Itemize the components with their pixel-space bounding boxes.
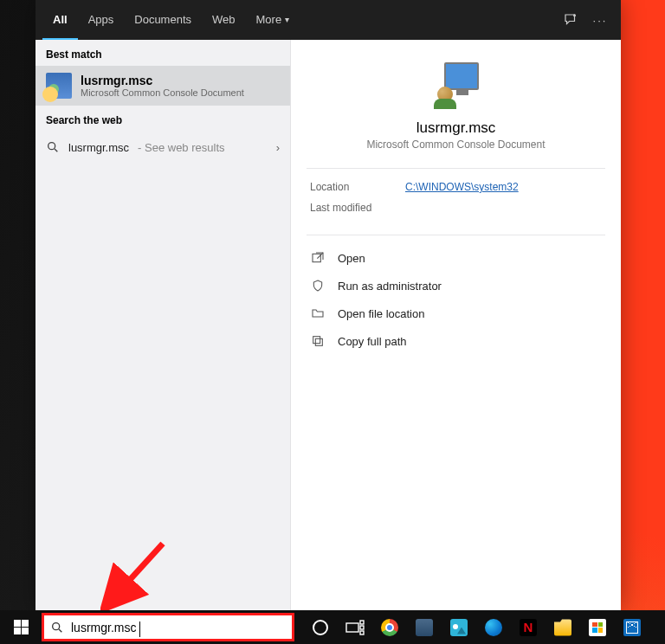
photos-icon [450, 619, 468, 636]
folder-icon [310, 306, 326, 320]
netflix-icon: N [520, 619, 537, 636]
svg-point-0 [573, 14, 576, 16]
action-open-location[interactable]: Open file location [298, 299, 614, 327]
taskbar-app-photos[interactable] [443, 610, 475, 644]
taskbar-app-netflix[interactable]: N [513, 610, 544, 644]
preview-actions: Open Run as administrator Open file loca… [291, 235, 621, 364]
tab-label: All [53, 13, 68, 26]
svg-point-1 [48, 143, 55, 150]
start-button[interactable] [0, 610, 42, 644]
svg-line-2 [55, 149, 57, 151]
search-web-heading: Search the web [36, 106, 290, 132]
preview-subtitle: Microsoft Common Console Document [308, 138, 604, 151]
start-search-flyout: All Apps Documents Web More▾ ··· Best ma… [36, 0, 621, 610]
options-icon[interactable]: ··· [591, 11, 609, 29]
tab-web[interactable]: Web [202, 0, 246, 40]
results-column: Best match lusrmgr.msc Microsoft Common … [36, 40, 290, 610]
windows-logo-icon [14, 620, 29, 634]
cortana-button[interactable] [305, 610, 336, 644]
acrobat-icon [416, 619, 433, 636]
header-actions: ··· [562, 11, 614, 29]
web-result-hint: - See web results [138, 141, 224, 154]
taskbar-search-input[interactable]: lusrmgr.msc [42, 613, 294, 641]
taskbar: lusrmgr.msc N [0, 610, 665, 644]
text-caret [139, 621, 140, 637]
last-modified-label: Last modified [310, 202, 379, 214]
action-label: Open file location [338, 307, 424, 320]
svg-point-7 [53, 622, 60, 629]
tab-label: Apps [88, 13, 114, 26]
search-input-value: lusrmgr.msc [71, 621, 136, 634]
tab-apps[interactable]: Apps [78, 0, 125, 40]
taskbar-app-mail[interactable] [617, 610, 648, 644]
action-label: Open [338, 252, 365, 265]
svg-rect-13 [360, 631, 364, 634]
svg-rect-12 [360, 626, 364, 629]
taskbar-app-edge[interactable] [478, 610, 509, 644]
best-match-result[interactable]: lusrmgr.msc Microsoft Common Console Doc… [36, 66, 290, 106]
store-icon [589, 619, 606, 636]
preview-pane: lusrmgr.msc Microsoft Common Console Doc… [290, 40, 621, 610]
svg-rect-11 [360, 621, 364, 624]
taskbar-app-acrobat[interactable] [409, 610, 440, 644]
svg-rect-10 [346, 623, 358, 632]
svg-line-8 [59, 629, 61, 632]
preview-meta: Location C:\WINDOWS\system32 Last modifi… [291, 169, 621, 235]
cortana-icon [312, 619, 329, 636]
tab-more[interactable]: More▾ [246, 0, 300, 40]
action-run-admin[interactable]: Run as administrator [298, 272, 614, 299]
search-icon [46, 140, 60, 154]
tab-all[interactable]: All [42, 0, 78, 40]
search-header: All Apps Documents Web More▾ ··· [36, 0, 621, 40]
web-result[interactable]: lusrmgr.msc - See web results › [36, 132, 290, 163]
action-copy-path[interactable]: Copy full path [298, 327, 614, 355]
preview-large-icon [432, 59, 481, 107]
web-result-query: lusrmgr.msc [68, 141, 129, 154]
shield-icon [310, 279, 326, 293]
mail-icon [623, 619, 641, 636]
taskbar-apps: N [294, 610, 665, 644]
svg-rect-5 [313, 337, 320, 344]
best-match-title: lusrmgr.msc [81, 74, 244, 87]
copy-icon [310, 334, 326, 348]
search-scope-tabs: All Apps Documents Web More▾ [42, 0, 300, 40]
action-open[interactable]: Open [298, 244, 614, 272]
action-label: Copy full path [338, 335, 407, 348]
chevron-down-icon: ▾ [285, 15, 289, 24]
folder-icon [554, 619, 571, 636]
preview-title: lusrmgr.msc [308, 119, 604, 137]
open-icon [310, 251, 326, 265]
search-icon [50, 621, 64, 634]
svg-rect-3 [313, 254, 320, 261]
taskbar-app-store[interactable] [582, 610, 613, 644]
svg-rect-4 [315, 338, 322, 345]
taskbar-app-chrome[interactable] [374, 610, 405, 644]
action-label: Run as administrator [338, 280, 442, 293]
tab-label: More [256, 13, 282, 26]
tab-label: Web [212, 13, 236, 26]
taskbar-app-file-explorer[interactable] [547, 610, 578, 644]
best-match-heading: Best match [36, 40, 290, 66]
chevron-right-icon: › [276, 141, 280, 154]
svg-point-9 [313, 621, 327, 634]
task-view-icon [345, 620, 365, 635]
tab-documents[interactable]: Documents [124, 0, 202, 40]
chrome-icon [381, 619, 398, 636]
location-link[interactable]: C:\WINDOWS\system32 [405, 181, 519, 193]
edge-icon [485, 619, 502, 636]
mmc-document-icon [46, 73, 72, 99]
best-match-subtitle: Microsoft Common Console Document [81, 87, 244, 98]
task-view-button[interactable] [339, 610, 371, 644]
feedback-icon[interactable] [562, 11, 579, 29]
desktop: All Apps Documents Web More▾ ··· Best ma… [0, 0, 665, 644]
tab-label: Documents [134, 13, 191, 26]
location-label: Location [310, 181, 379, 193]
